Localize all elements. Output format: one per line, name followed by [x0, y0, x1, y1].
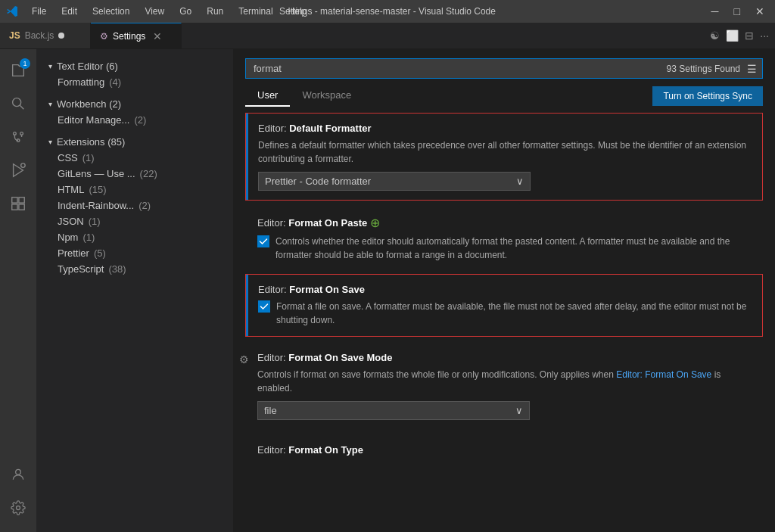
- checkmark-icon-2: [260, 302, 269, 311]
- activity-source-control[interactable]: [3, 122, 33, 152]
- sidebar-prettier-label: Prettier: [58, 247, 89, 259]
- menu-file[interactable]: File: [24, 3, 54, 20]
- title-bar: File Edit Selection View Go Run Terminal…: [0, 0, 775, 23]
- sidebar-item-npm[interactable]: Npm (1): [45, 229, 233, 245]
- sidebar-item-text-editor[interactable]: ▾ Text Editor (6): [36, 58, 233, 74]
- svg-point-12: [17, 506, 20, 510]
- main-layout: 1: [0, 49, 775, 532]
- js-file-icon: JS: [9, 30, 20, 41]
- setting-format-on-type: Editor: Format On Type: [245, 435, 763, 469]
- account-icon: [11, 467, 26, 482]
- svg-rect-7: [12, 198, 17, 203]
- svg-rect-10: [19, 204, 24, 210]
- source-control-icon: [10, 129, 26, 145]
- sidebar-indent-rainbow-label: Indent-Rainbow...: [58, 200, 134, 211]
- svg-rect-9: [12, 204, 17, 210]
- settings-file-icon: ⚙: [100, 31, 108, 42]
- format-on-save-checkbox[interactable]: [258, 300, 270, 313]
- tab-backjs-label: Back.js: [25, 30, 54, 41]
- close-button[interactable]: ✕: [751, 4, 769, 19]
- content-area: 93 Settings Found ☰ User Workspace Turn …: [233, 49, 775, 532]
- plus-icon[interactable]: ⊕: [370, 216, 380, 230]
- menu-edit[interactable]: Edit: [54, 3, 85, 20]
- sidebar-item-gitlens[interactable]: GitLens — Use ... (22): [45, 166, 233, 182]
- inline-chat-icon[interactable]: ⬜: [726, 30, 739, 42]
- sidebar-item-prettier[interactable]: Prettier (5): [45, 245, 233, 261]
- tab-bar-actions: ☯ ⬜ ⊟ ···: [704, 23, 775, 48]
- menu-selection[interactable]: Selection: [85, 3, 137, 20]
- setting-default-formatter-header: Editor: Default Formatter: [258, 123, 750, 134]
- more-actions-icon[interactable]: ···: [760, 30, 769, 42]
- maximize-button[interactable]: □: [730, 4, 745, 19]
- split-editor-icon[interactable]: ☯: [710, 30, 720, 42]
- dropdown-value-2: file: [264, 405, 277, 416]
- sidebar-typescript-count: (38): [108, 263, 126, 275]
- menu-terminal[interactable]: Terminal: [231, 3, 280, 20]
- setting-active-indicator: [246, 114, 248, 200]
- format-on-paste-desc: Controls whether the editor should autom…: [275, 235, 751, 262]
- sidebar-gitlens-label: GitLens — Use ...: [58, 168, 135, 179]
- window-controls: ─ □ ✕: [707, 4, 769, 19]
- editor-layout-icon[interactable]: ⊟: [745, 30, 754, 42]
- setting-format-on-save-header: Editor: Format On Save: [258, 284, 750, 295]
- sidebar-editor-manage-label: Editor Manage...: [58, 114, 129, 126]
- sidebar-item-indent-rainbow[interactable]: Indent-Rainbow... (2): [45, 198, 233, 213]
- svg-point-6: [21, 163, 25, 168]
- sidebar-item-json[interactable]: JSON (1): [45, 213, 233, 229]
- sidebar-item-editor-manage[interactable]: Editor Manage... (2): [45, 112, 233, 128]
- sidebar-item-formatting[interactable]: Formatting (4): [45, 74, 233, 90]
- setting-format-on-save: Editor: Format On Save Format a file on …: [245, 274, 763, 337]
- format-on-save-desc: Format a file on save. A formatter must …: [276, 300, 750, 327]
- setting-format-on-save-mode-desc-text: Controls if format on save formats the w…: [257, 369, 614, 380]
- setting-format-on-type-wrapper: Editor: Format On Type: [233, 432, 775, 472]
- setting-format-on-paste-title-bold: Format On Paste: [288, 217, 367, 229]
- search-results-count: 93 Settings Found: [667, 64, 740, 74]
- sidebar-json-label: JSON: [58, 216, 84, 227]
- window-title: Settings - material-sense-master - Visua…: [279, 6, 496, 17]
- sidebar-prettier-count: (5): [94, 247, 106, 259]
- sidebar-item-html[interactable]: HTML (15): [45, 182, 233, 198]
- sidebar-gitlens-count: (22): [140, 168, 157, 179]
- search-input-container: 93 Settings Found ☰: [245, 58, 763, 79]
- activity-run[interactable]: [3, 155, 33, 185]
- sidebar-section-extensions: ▾ Extensions (85) CSS (1) GitLens — Use …: [36, 131, 233, 280]
- activity-explorer[interactable]: 1: [3, 55, 33, 86]
- sidebar-npm-count: (1): [82, 232, 95, 243]
- tab-user[interactable]: User: [245, 85, 290, 107]
- minimize-button[interactable]: ─: [707, 4, 724, 19]
- setting-default-formatter-dropdown[interactable]: Prettier - Code formatter ∨: [258, 172, 531, 191]
- sync-button[interactable]: Turn on Settings Sync: [652, 86, 763, 106]
- menu-run[interactable]: Run: [199, 3, 231, 20]
- dropdown-arrow-icon: ∨: [516, 176, 524, 187]
- sidebar-item-extensions[interactable]: ▾ Extensions (85): [36, 134, 233, 150]
- tab-settings[interactable]: ⚙ Settings ✕: [91, 23, 182, 48]
- activity-account[interactable]: [3, 459, 33, 490]
- settings-gear-icon: [11, 500, 26, 515]
- dropdown-arrow-icon-2: ∨: [515, 405, 523, 416]
- sidebar-item-css[interactable]: CSS (1): [45, 150, 233, 166]
- sidebar-html-label: HTML: [58, 184, 84, 195]
- setting-format-on-save-link[interactable]: Editor: Format On Save: [616, 369, 711, 380]
- setting-format-on-save-mode-wrapper: ⚙ Editor: Format On Save Mode Controls i…: [233, 340, 775, 432]
- tab-settings-close[interactable]: ✕: [153, 30, 162, 42]
- menu-go[interactable]: Go: [172, 3, 199, 20]
- filter-icon[interactable]: ☰: [747, 63, 757, 75]
- svg-line-1: [20, 105, 23, 109]
- checkmark-icon: [259, 237, 268, 246]
- setting-default-formatter-wrapper: Editor: Default Formatter Defines a defa…: [233, 113, 775, 204]
- setting-format-on-save-mode-desc: Controls if format on save formats the w…: [257, 368, 751, 395]
- menu-bar: File Edit Selection View Go Run Terminal…: [24, 3, 314, 20]
- format-on-save-mode-dropdown[interactable]: file ∨: [257, 401, 530, 420]
- sidebar: ▾ Text Editor (6) Formatting (4) ▾ Workb…: [36, 49, 233, 532]
- arrow-down-icon: ▾: [48, 62, 52, 70]
- setting-format-on-save-title: Editor: Format On Save: [258, 284, 365, 295]
- sidebar-item-workbench[interactable]: ▾ Workbench (2): [36, 96, 233, 112]
- menu-view[interactable]: View: [137, 3, 172, 20]
- sidebar-item-typescript[interactable]: TypeScript (38): [45, 261, 233, 277]
- activity-search[interactable]: [3, 89, 33, 119]
- tab-backjs[interactable]: JS Back.js: [0, 23, 91, 48]
- format-on-paste-checkbox[interactable]: [257, 235, 269, 247]
- activity-extensions[interactable]: [3, 188, 33, 219]
- tab-workspace[interactable]: Workspace: [290, 85, 363, 107]
- activity-settings[interactable]: [3, 493, 33, 523]
